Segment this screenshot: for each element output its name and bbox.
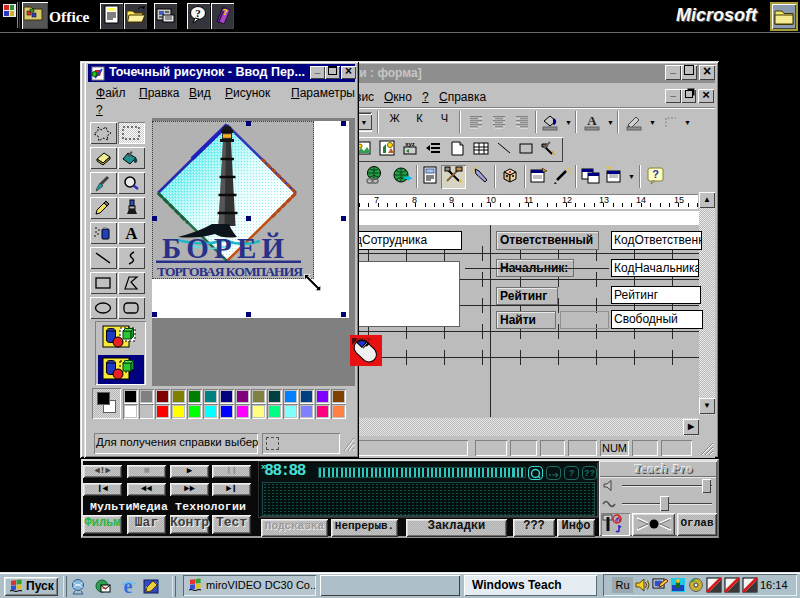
svg-text:A: A <box>125 224 138 242</box>
svg-text:?: ? <box>195 7 201 19</box>
svg-text:ТОРГОВАЯ КОМПАНИЯ: ТОРГОВАЯ КОМПАНИЯ <box>157 264 303 279</box>
svg-text:A: A <box>587 113 597 128</box>
svg-text:?: ? <box>652 168 659 180</box>
svg-text:?: ? <box>222 7 228 17</box>
svg-text:БОРЕЙ: БОРЕЙ <box>162 232 284 264</box>
svg-text:n: n <box>616 516 620 523</box>
svg-text:e: e <box>124 578 133 595</box>
svg-text:xyz: xyz <box>405 141 415 147</box>
